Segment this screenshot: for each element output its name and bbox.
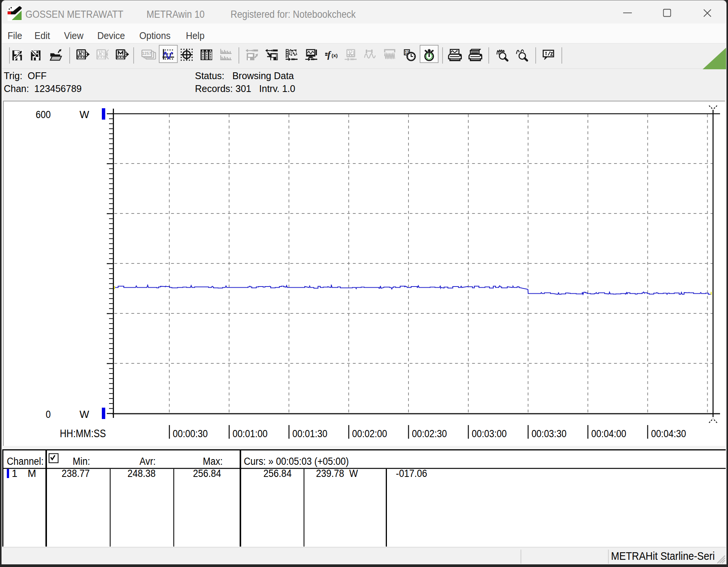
svg-text:Min:: Min: — [73, 456, 90, 467]
svg-text:248.38: 248.38 — [128, 468, 156, 479]
svg-text:00:03:00: 00:03:00 — [472, 428, 507, 439]
svg-text:00:03:30: 00:03:30 — [532, 428, 566, 439]
svg-text:1: 1 — [12, 468, 17, 479]
svg-text:HH:MM:SS: HH:MM:SS — [60, 427, 106, 439]
svg-text:00:02:30: 00:02:30 — [412, 428, 447, 439]
svg-text:00:00:30: 00:00:30 — [173, 428, 207, 439]
svg-text:Avr:: Avr: — [140, 456, 156, 467]
svg-text:METRAHit Starline-Seri: METRAHit Starline-Seri — [611, 550, 715, 562]
svg-text:239.78 W: 239.78 W — [316, 468, 358, 479]
svg-text:0: 0 — [46, 409, 51, 420]
svg-text:M: M — [28, 468, 36, 479]
svg-text:Trig: OFF: Trig: OFF — [4, 70, 47, 81]
svg-text:1257: 1257 — [142, 51, 151, 56]
svg-text:00:01:30: 00:01:30 — [292, 428, 327, 439]
svg-text:600: 600 — [36, 109, 51, 120]
svg-text:Chan: 123456789: Chan: 123456789 — [4, 83, 82, 94]
svg-text:00:04:00: 00:04:00 — [591, 428, 626, 439]
svg-text:238.77: 238.77 — [62, 468, 90, 479]
svg-text:Status: Browsing Data: Status: Browsing Data — [195, 70, 294, 81]
svg-text:f: f — [327, 50, 332, 60]
svg-text:00:01:00: 00:01:00 — [232, 428, 267, 439]
svg-text:256.84: 256.84 — [263, 468, 292, 479]
svg-text:00:04:30: 00:04:30 — [651, 428, 686, 439]
svg-text:-017.06: -017.06 — [396, 468, 427, 479]
svg-text:Records: 301 Intrv. 1.0: Records: 301 Intrv. 1.0 — [195, 83, 295, 94]
svg-text:(x): (x) — [332, 53, 338, 58]
svg-text:Max:: Max: — [203, 456, 223, 467]
svg-text:Curs: » 00:05:03 (+05:00): Curs: » 00:05:03 (+05:00) — [244, 456, 349, 467]
svg-text:256.84: 256.84 — [193, 468, 221, 479]
svg-text:W: W — [80, 409, 89, 420]
svg-text:00:02:00: 00:02:00 — [352, 428, 387, 439]
svg-text:W: W — [80, 109, 89, 120]
svg-text:Channel:: Channel: — [7, 456, 44, 467]
